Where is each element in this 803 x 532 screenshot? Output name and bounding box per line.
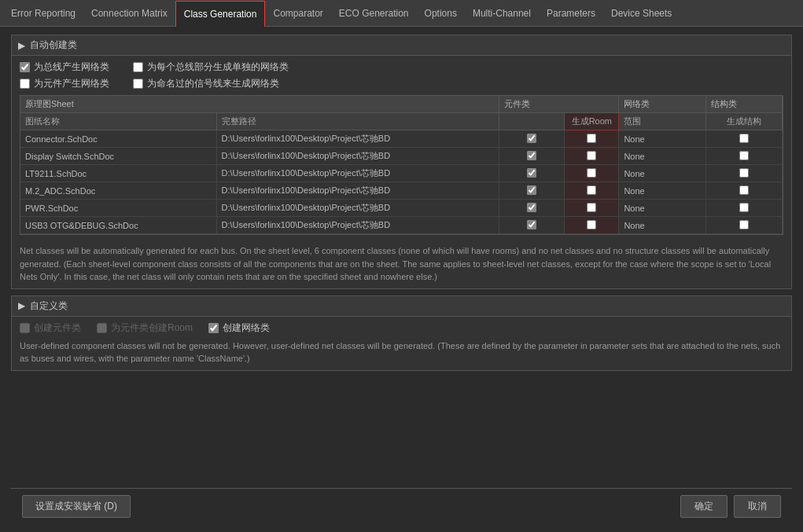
custom-class-options: 创建元件类 为元件类创建Room 创建网络类 User-defined comp… [12, 317, 791, 370]
cell-comp-check-3[interactable] [499, 182, 565, 200]
auto-class-options: 为总线产生网络类 为每个总线部分生成单独的网络类 为元件产生网络类 为命名过的信… [12, 56, 791, 95]
settings-default-button[interactable]: 设置成安装缺省 (D) [22, 495, 131, 518]
struct-checkbox-1[interactable] [739, 151, 749, 160]
checkbox-create-comp-input[interactable] [20, 323, 30, 333]
checkbox-comp-net-input[interactable] [20, 79, 30, 89]
cell-room-check-3[interactable] [565, 182, 619, 200]
cell-struct-check-1[interactable] [706, 148, 783, 165]
table-row: LT9211.SchDoc D:\Users\forlinx100\Deskto… [20, 165, 783, 182]
checkbox-each-bus-input[interactable] [133, 62, 143, 72]
cell-comp-check-1[interactable] [499, 148, 565, 165]
cell-path-1: D:\Users\forlinx100\Desktop\Project\芯驰BD [216, 148, 499, 165]
struct-checkbox-5[interactable] [739, 220, 749, 229]
checkbox-comp-net[interactable]: 为元件产生网络类 [20, 77, 109, 90]
table-body: Connector.SchDoc D:\Users\forlinx100\Des… [20, 130, 783, 234]
cell-sheet-name-1: Display Switch.SchDoc [20, 148, 216, 165]
th-net: 网络类 [619, 96, 706, 113]
room-checkbox-0[interactable] [587, 134, 596, 143]
cell-comp-check-2[interactable] [499, 165, 565, 182]
cell-path-4: D:\Users\forlinx100\Desktop\Project\芯驰BD [216, 200, 499, 217]
schematic-table-container: 原理图Sheet 元件类 网络类 结构类 图纸名称 完整路径 生成Room 范围… [20, 95, 783, 235]
footer: 设置成安装缺省 (D) 确定 取消 [11, 488, 792, 524]
comp-checkbox-1[interactable] [527, 151, 536, 160]
th-sheet: 原理图Sheet [20, 96, 499, 113]
checkbox-create-room[interactable]: 为元件类创建Room [97, 321, 193, 335]
comp-checkbox-0[interactable] [527, 134, 536, 143]
checkbox-create-room-input[interactable] [97, 323, 107, 333]
room-checkbox-4[interactable] [587, 203, 596, 212]
cell-sheet-name-4: PWR.SchDoc [20, 200, 216, 217]
checkbox-bus-net-input[interactable] [20, 62, 30, 72]
comp-checkbox-2[interactable] [527, 168, 536, 178]
cell-struct-check-3[interactable] [706, 182, 783, 200]
checkbox-named-signal[interactable]: 为命名过的信号线来生成网络类 [133, 77, 279, 90]
tab-parameters[interactable]: Parameters [539, 0, 603, 26]
tab-multi-channel[interactable]: Multi-Channel [465, 0, 539, 26]
tab-class-generation[interactable]: Class Generation [175, 1, 266, 27]
struct-checkbox-4[interactable] [739, 203, 749, 212]
cell-comp-check-0[interactable] [499, 130, 565, 148]
struct-checkbox-0[interactable] [739, 134, 749, 143]
section-icon: ▶ [18, 40, 25, 51]
schematic-table: 原理图Sheet 元件类 网络类 结构类 图纸名称 完整路径 生成Room 范围… [20, 96, 783, 234]
cell-comp-check-4[interactable] [499, 200, 565, 217]
cell-scope-3: None [619, 182, 706, 200]
cell-sheet-name-3: M.2_ADC.SchDoc [20, 182, 216, 200]
cell-path-0: D:\Users\forlinx100\Desktop\Project\芯驰BD [216, 130, 499, 148]
cell-room-check-5[interactable] [565, 217, 619, 234]
cell-struct-check-0[interactable] [706, 130, 783, 148]
th-room: 生成Room [565, 113, 619, 130]
comp-checkbox-3[interactable] [527, 185, 536, 195]
auto-class-title: ▶ 自动创建类 [12, 35, 791, 56]
ok-button[interactable]: 确定 [680, 495, 727, 518]
auto-class-info: Net classes will be automatically genera… [12, 240, 791, 288]
struct-checkbox-3[interactable] [739, 185, 749, 195]
struct-checkbox-2[interactable] [739, 168, 749, 178]
checkbox-named-signal-input[interactable] [133, 79, 143, 89]
cell-room-check-4[interactable] [565, 200, 619, 217]
table-row: Display Switch.SchDoc D:\Users\forlinx10… [20, 148, 783, 165]
spacer [11, 377, 792, 489]
checkbox-create-comp[interactable]: 创建元件类 [20, 321, 81, 335]
tab-comparator[interactable]: Comparator [265, 0, 330, 26]
cell-comp-check-5[interactable] [499, 217, 565, 234]
room-checkbox-5[interactable] [587, 220, 596, 229]
checkbox-create-net-input[interactable] [208, 323, 219, 333]
cell-scope-4: None [619, 200, 706, 217]
cell-struct-check-2[interactable] [706, 165, 783, 182]
tab-error-reporting[interactable]: Error Reporting [3, 0, 83, 26]
footer-left: 设置成安装缺省 (D) [22, 495, 131, 518]
auto-class-checkbox-row-1: 为总线产生网络类 为每个总线部分生成单独的网络类 [20, 61, 783, 74]
th-scope: 范围 [619, 113, 706, 130]
comp-checkbox-5[interactable] [527, 220, 536, 229]
auto-class-checkbox-row-2: 为元件产生网络类 为命名过的信号线来生成网络类 [20, 77, 783, 90]
footer-right: 确定 取消 [680, 495, 781, 518]
cell-scope-0: None [619, 130, 706, 148]
checkbox-bus-net[interactable]: 为总线产生网络类 [20, 61, 109, 74]
cell-struct-check-5[interactable] [706, 217, 783, 234]
tab-eco-generation[interactable]: ECO Generation [331, 0, 417, 26]
auto-class-section: ▶ 自动创建类 为总线产生网络类 为每个总线部分生成单独的网络类 [11, 35, 792, 289]
cell-sheet-name-2: LT9211.SchDoc [20, 165, 216, 182]
tab-options[interactable]: Options [417, 0, 465, 26]
th-full-path: 完整路径 [216, 113, 499, 130]
cell-room-check-1[interactable] [565, 148, 619, 165]
tab-device-sheets[interactable]: Device Sheets [603, 0, 680, 26]
tab-connection-matrix[interactable]: Connection Matrix [83, 0, 175, 26]
checkbox-each-bus[interactable]: 为每个总线部分生成单独的网络类 [133, 61, 289, 74]
cell-path-5: D:\Users\forlinx100\Desktop\Project\芯驰BD [216, 217, 499, 234]
checkbox-create-net[interactable]: 创建网络类 [208, 321, 270, 335]
custom-class-title: ▶ 自定义类 [12, 296, 791, 317]
th-struct-check: 生成结构 [706, 113, 783, 130]
cancel-button[interactable]: 取消 [734, 495, 781, 518]
room-checkbox-3[interactable] [587, 185, 596, 195]
cell-room-check-0[interactable] [565, 130, 619, 148]
room-checkbox-1[interactable] [587, 151, 596, 160]
room-checkbox-2[interactable] [587, 168, 596, 178]
comp-checkbox-4[interactable] [527, 203, 536, 212]
cell-room-check-2[interactable] [565, 165, 619, 182]
cell-sheet-name-0: Connector.SchDoc [20, 130, 216, 148]
th-struct: 结构类 [706, 96, 783, 113]
cell-struct-check-4[interactable] [706, 200, 783, 217]
cell-sheet-name-5: USB3 OTG&DEBUG.SchDoc [20, 217, 216, 234]
